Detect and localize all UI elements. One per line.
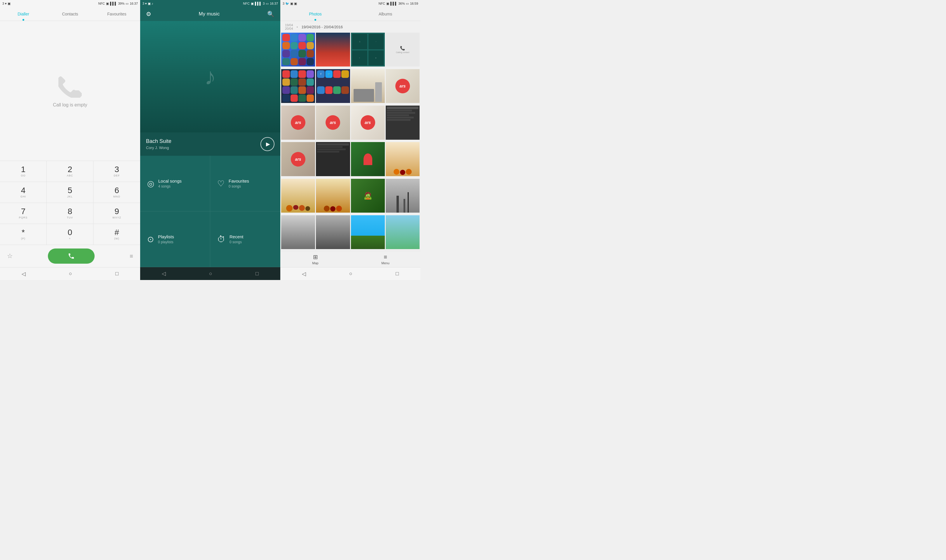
photo-thumb-11[interactable]: ars [351,106,385,139]
key-0[interactable]: 0 + [47,224,93,245]
screen-icon: ▣ [8,2,11,6]
music-status-bar: 3 ▾ ▣ ♪ NFC ▣ ▌▌▌ 3 ▭ 16:37 [140,0,280,7]
photos-home-button[interactable]: ○ [347,268,355,279]
photo-thumb-15[interactable] [351,142,385,176]
key-9[interactable]: 9 WXYZ [93,203,140,224]
ars-badge-2: ars [291,115,306,130]
play-button[interactable]: ▶ [261,137,275,151]
photo-thumb-9[interactable]: ars [281,106,315,139]
photos-battery-icon: ▭ [406,2,409,6]
photo-thumb-1[interactable] [281,33,315,66]
photo-thumb-4[interactable]: 📞 Calling contact [386,33,420,66]
music-back-button[interactable]: ◁ [159,268,168,279]
photo-thumb-14[interactable] [316,142,350,176]
music-settings-icon[interactable]: ⚙ [145,9,153,18]
key-2[interactable]: 2 ABC [47,161,93,182]
photo-thumb-7[interactable] [351,69,385,103]
key-4[interactable]: 4 GHI [0,182,47,203]
status-right: NFC ▣ ▌▌▌ 39% ▭ 16:37 [98,2,138,6]
photo-thumb-8[interactable]: ars [386,69,420,103]
cat-playlists[interactable]: ⊙ Playlists 0 playlists [140,211,210,267]
photos-back-button[interactable]: ◁ [299,268,308,279]
photos-battery-pct: 36% [398,2,405,5]
photo-thumb-6[interactable]: f 🐦 [316,69,350,103]
photo-thumb-20[interactable] [386,179,420,212]
phone-icon [59,74,82,98]
photo-thumb-2[interactable] [316,33,350,66]
photo-thumb-24[interactable] [386,215,420,249]
music-app-icon: ♪ [151,2,153,5]
now-playing-title: Bach Suite [146,138,171,145]
photo-thumb-5[interactable] [281,69,315,103]
photo-thumb-3[interactable]: ♫ ♪ ≡ ▶ [351,33,385,66]
key-5[interactable]: 5 JKL [47,182,93,203]
key-7[interactable]: 7 PQRS [0,203,47,224]
carrier-indicator: 3 [2,2,4,5]
key-3[interactable]: 3 DEF [93,161,140,182]
date-header: 19/04 20/04 ● 19/04/2016 - 20/04/2016 [280,21,420,33]
key-6[interactable]: 6 MNO [93,182,140,203]
photo-thumb-22[interactable] [316,215,350,249]
cat-favourites[interactable]: ♡ Favourites 0 songs [210,156,280,211]
tab-dialler[interactable]: Dialler [0,7,47,21]
sim-icon: ▣ [106,2,109,6]
photo-thumb-12[interactable] [386,106,420,139]
music-title: My music [153,11,266,17]
playlists-info: Playlists 0 playlists [158,234,174,244]
recent-icon: ⏱ [217,234,225,244]
cat-recent[interactable]: ⏱ Recent 0 songs [210,211,280,267]
photos-recents-button[interactable]: □ [393,268,401,279]
back-button[interactable]: ◁ [19,268,28,279]
key-1[interactable]: 1 OO [0,161,47,182]
favourites-heart-icon: ♡ [217,179,225,188]
tab-albums[interactable]: Albums [350,7,420,21]
music-search-icon[interactable]: 🔍 [266,9,276,18]
tab-favourites[interactable]: Favourites [93,7,140,21]
date-labels: 19/04 20/04 [285,23,293,30]
clock: 16:37 [130,2,138,5]
home-button[interactable]: ○ [66,268,74,279]
photos-nfc: NFC [378,2,385,5]
photos-tabs: Photos Albums [280,7,420,21]
battery-icon: ▭ [125,2,128,6]
cat-local-songs[interactable]: ◎ Local songs 4 songs [140,156,210,211]
menu-button[interactable]: ≡ Menu [350,251,420,267]
photo-thumb-10[interactable]: ars [316,106,350,139]
key-star[interactable]: * (P) [0,224,47,245]
tab-photos[interactable]: Photos [280,7,350,21]
phone-call-icon [68,252,75,260]
photo-thumb-16[interactable] [386,142,420,176]
music-nav-bar: ◁ ○ □ [140,267,280,280]
photo-thumb-13[interactable]: ars [281,142,315,176]
photo-thumb-18[interactable] [316,179,350,212]
favourites-star-icon[interactable]: ☆ [7,252,13,260]
key-8[interactable]: 8 TUV [47,203,93,224]
photo-thumb-19[interactable]: 🧟 [351,179,385,212]
playlists-label: Playlists [158,234,174,239]
playlists-count: 0 playlists [158,240,174,244]
ars-badge-3: ars [326,115,340,130]
tab-contacts[interactable]: Contacts [47,7,93,21]
key-hash[interactable]: # (W) [93,224,140,245]
dialler-menu-icon[interactable]: ≡ [130,253,133,260]
photos-bottom-bar: ⊞ Map ≡ Menu [280,251,420,267]
local-songs-info: Local songs 4 songs [158,178,182,188]
map-button[interactable]: ⊞ Map [280,251,350,267]
photo-thumb-21[interactable] [281,215,315,249]
photos-status-right: NFC ▣ ▌▌▌ 36% ▭ 16:59 [378,2,418,6]
music-categories: ◎ Local songs 4 songs ♡ Favourites 0 son… [140,156,280,267]
recents-button[interactable]: □ [113,268,121,279]
call-button[interactable] [48,249,94,264]
ars-badge-1: ars [395,79,410,93]
photos-status-left: 3 🐦 ▣ ▣ [282,2,297,6]
photo-thumb-23[interactable] [351,215,385,249]
music-home-button[interactable]: ○ [207,268,215,279]
music-clock: 16:37 [270,2,278,5]
photo-thumb-17[interactable] [281,179,315,212]
music-recents-button[interactable]: □ [253,268,261,279]
photos-app-icon: ▣ [290,2,293,6]
favourites-count: 0 songs [228,184,249,188]
recent-label: Recent [230,234,244,239]
photos-panel: 3 🐦 ▣ ▣ NFC ▣ ▌▌▌ 36% ▭ 16:59 Photos Alb… [280,0,420,280]
dialler-status-bar: 3 ▾ ▣ NFC ▣ ▌▌▌ 39% ▭ 16:37 [0,0,140,7]
